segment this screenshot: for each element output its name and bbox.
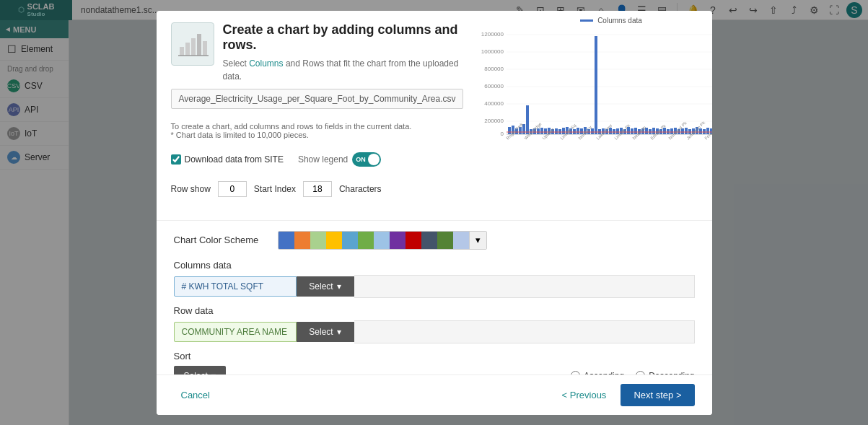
swatch-2: [294, 232, 310, 249]
chart-legend-label: Columns data: [597, 17, 642, 25]
modal-header-text: Create a chart by adding columns and row…: [223, 22, 464, 83]
row-dropdown-icon: ▾: [337, 327, 341, 337]
svg-text:0: 0: [501, 131, 504, 137]
svg-rect-1: [185, 43, 190, 56]
modal-title-row: Create a chart by adding columns and row…: [171, 22, 464, 83]
palette-dropdown[interactable]: ▾: [469, 232, 486, 249]
row-select-label: Select: [309, 327, 333, 337]
download-checkbox[interactable]: [171, 154, 181, 165]
svg-rect-39: [577, 128, 579, 134]
swatch-10: [421, 232, 437, 249]
row-data-label: Row data: [174, 305, 695, 316]
color-scheme-row: Chart Color Scheme ▾: [174, 231, 695, 250]
modal-title: Create a chart by adding columns and row…: [223, 22, 464, 53]
svg-rect-25: [526, 105, 529, 134]
sort-label: Sort: [174, 351, 695, 362]
svg-text:800000: 800000: [485, 66, 504, 72]
svg-rect-4: [203, 41, 207, 56]
svg-text:200000: 200000: [485, 118, 504, 124]
columns-select-label: Select: [309, 281, 333, 292]
swatch-9: [405, 232, 421, 249]
legend-label: Show legend: [298, 154, 348, 165]
modal-icon: [171, 22, 214, 66]
subtitle-columns: Columns: [249, 58, 283, 69]
swatch-12: [453, 232, 469, 249]
svg-text:1200000: 1200000: [481, 31, 504, 38]
svg-rect-2: [191, 38, 196, 56]
hint1: To create a chart, add columns and rows …: [171, 122, 464, 131]
start-index-label: Start Index: [254, 184, 296, 194]
swatch-6: [358, 232, 374, 249]
chart-preview-container: Columns data 1200000 1000000 800000 6000…: [478, 11, 711, 220]
options-row: Download data from SITE Show legend ON: [171, 152, 464, 167]
row-row-suffix: [354, 320, 695, 343]
modal-top-section: Create a chart by adding columns and row…: [157, 11, 712, 221]
swatch-8: [390, 232, 405, 249]
svg-rect-33: [555, 128, 558, 134]
sort-section: Sort Select ▾ Ascending Descending: [174, 351, 695, 374]
sort-select-button[interactable]: Select ▾: [174, 366, 226, 374]
columns-tag: # KWH TOTAL SQFT: [174, 276, 297, 297]
modal-body: Chart Color Scheme ▾: [157, 221, 712, 374]
row-tag: COMMUNITY AREA NAME: [174, 322, 297, 342]
svg-rect-69: [685, 128, 688, 134]
row-show-input[interactable]: [218, 181, 247, 197]
filename-bar: Average_Electricity_Usage_per_Square_Foo…: [171, 89, 464, 109]
svg-rect-3: [197, 34, 201, 56]
chart-legend-bar: [580, 19, 593, 22]
row-select-button[interactable]: Select ▾: [297, 322, 354, 342]
row-section: Row data COMMUNITY AREA NAME Select ▾: [174, 305, 695, 343]
modal-overlay: Create a chart by adding columns and row…: [0, 0, 868, 425]
columns-section: Columns data # KWH TOTAL SQFT Select ▾: [174, 260, 695, 298]
footer-right: < Previous Next step >: [555, 384, 695, 406]
subtitle-part1: Select: [223, 58, 250, 69]
download-checkbox-label[interactable]: Download data from SITE: [171, 154, 284, 165]
svg-rect-54: [631, 128, 634, 134]
chart-svg: 1200000 1000000 800000 600000 400000 200…: [478, 26, 711, 145]
swatch-11: [437, 232, 453, 249]
hint2: * Chart data is limited to 10,000 pieces…: [171, 131, 464, 139]
sort-row: Select ▾ Ascending Descending: [174, 366, 695, 374]
previous-button[interactable]: < Previous: [555, 384, 614, 406]
row-show-label: Row show: [171, 184, 211, 194]
modal-subtitle: Select Columns and Rows that fit the cha…: [223, 57, 464, 83]
svg-text:400000: 400000: [485, 100, 504, 107]
modal-footer: Cancel < Previous Next step >: [157, 374, 712, 415]
characters-label: Characters: [339, 184, 382, 194]
color-scheme-label: Chart Color Scheme: [174, 235, 268, 245]
chart-legend: Columns data: [478, 17, 711, 25]
swatch-7: [374, 232, 390, 249]
svg-rect-44: [595, 36, 597, 134]
swatch-5: [342, 232, 358, 249]
svg-rect-29: [540, 128, 543, 134]
row-data-row: COMMUNITY AREA NAME Select ▾: [174, 320, 695, 343]
columns-row-suffix: [354, 275, 695, 298]
row-show-row: Row show Start Index Characters: [171, 181, 464, 197]
color-palette[interactable]: ▾: [278, 231, 487, 250]
swatch-3: [310, 232, 326, 249]
toggle-knob: [368, 154, 380, 165]
svg-text:600000: 600000: [485, 83, 504, 89]
columns-dropdown-icon: ▾: [337, 281, 341, 292]
swatch-1: [279, 232, 294, 249]
download-label: Download data from SITE: [185, 154, 284, 165]
svg-text:1000000: 1000000: [481, 48, 504, 55]
columns-data-label: Columns data: [174, 260, 695, 271]
chart-icon-svg: [177, 28, 209, 60]
svg-text:Near Nth: Near Nth: [632, 125, 647, 140]
modal-header: Create a chart by adding columns and row…: [157, 11, 478, 220]
swatch-4: [326, 232, 342, 249]
cancel-button[interactable]: Cancel: [174, 385, 217, 405]
legend-toggle[interactable]: ON: [352, 152, 381, 167]
legend-toggle-group: Show legend ON: [298, 152, 381, 167]
svg-rect-0: [180, 47, 184, 56]
hint-text: To create a chart, add columns and rows …: [171, 122, 464, 139]
columns-select-button[interactable]: Select ▾: [297, 276, 354, 297]
chart-modal: Create a chart by adding columns and row…: [157, 11, 712, 415]
toggle-on-text: ON: [356, 156, 366, 163]
start-index-input[interactable]: [303, 181, 332, 197]
columns-data-row: # KWH TOTAL SQFT Select ▾: [174, 275, 695, 298]
next-step-button[interactable]: Next step >: [621, 384, 694, 406]
